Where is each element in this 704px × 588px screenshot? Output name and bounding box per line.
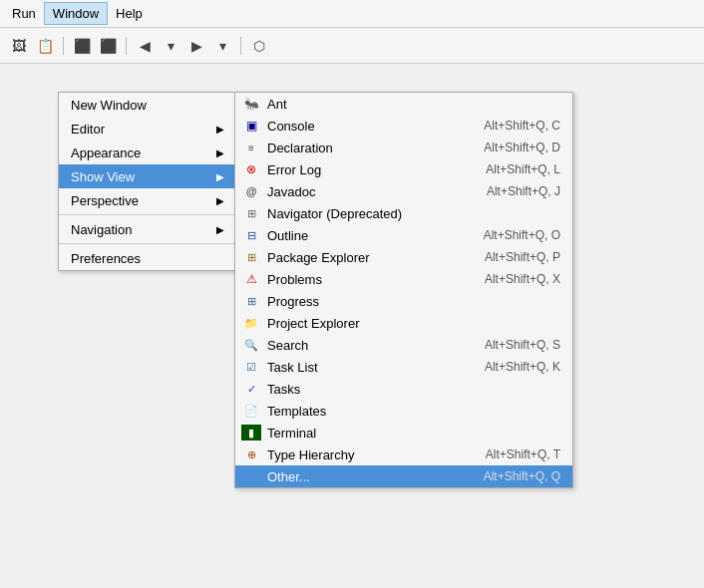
- toolbar-icon-2[interactable]: 📋: [34, 35, 56, 57]
- ant-icon: 🐜: [241, 96, 261, 112]
- menu-separator-1: [59, 214, 236, 215]
- toolbar-separator-2: [126, 37, 127, 55]
- templates-icon: 📄: [241, 403, 261, 419]
- ant-label: Ant: [267, 97, 540, 112]
- showview-tasklist[interactable]: ☑ Task List Alt+Shift+Q, K: [235, 356, 572, 378]
- terminal-icon: ▮: [241, 425, 261, 441]
- showview-console[interactable]: ▣ Console Alt+Shift+Q, C: [235, 115, 572, 137]
- toolbar-back[interactable]: ◀: [134, 35, 156, 57]
- toolbar-icon-5[interactable]: ⬡: [248, 35, 270, 57]
- console-label: Console: [267, 119, 464, 134]
- projectexplorer-icon: 📁: [241, 315, 261, 331]
- showview-other[interactable]: Other... Alt+Shift+Q, Q: [235, 465, 572, 487]
- toolbar-separator-1: [63, 37, 64, 55]
- showview-terminal[interactable]: ▮ Terminal: [235, 422, 572, 443]
- menu-preferences[interactable]: Preferences: [59, 246, 236, 270]
- other-shortcut: Alt+Shift+Q, Q: [484, 469, 560, 483]
- showview-progress[interactable]: ⊞ Progress: [235, 290, 572, 312]
- menu-show-view[interactable]: Show View ▶: [59, 164, 236, 188]
- showview-typehierarchy[interactable]: ⊕ Type Hierarchy Alt+Shift+Q, T: [235, 443, 572, 465]
- javadoc-icon: @: [241, 183, 261, 199]
- menu-navigation[interactable]: Navigation ▶: [59, 217, 236, 241]
- tasks-label: Tasks: [267, 382, 540, 397]
- package-shortcut: Alt+Shift+Q, P: [485, 250, 560, 264]
- templates-label: Templates: [267, 404, 540, 419]
- showview-packageexplorer[interactable]: ⊞ Package Explorer Alt+Shift+Q, P: [235, 246, 572, 268]
- menu-show-view-arrow: ▶: [216, 171, 224, 182]
- progress-icon: ⊞: [241, 293, 261, 309]
- showview-errorlog[interactable]: ⊗ Error Log Alt+Shift+Q, L: [235, 158, 572, 180]
- package-label: Package Explorer: [267, 250, 465, 265]
- menu-perspective[interactable]: Perspective ▶: [59, 188, 236, 212]
- showview-ant[interactable]: 🐜 Ant: [235, 93, 572, 115]
- terminal-label: Terminal: [267, 426, 540, 441]
- menu-editor[interactable]: Editor ▶: [59, 117, 236, 141]
- progress-label: Progress: [267, 294, 540, 309]
- search-icon: 🔍: [241, 337, 261, 353]
- menu-appearance-arrow: ▶: [216, 147, 224, 158]
- declaration-label: Declaration: [267, 141, 464, 155]
- projectexplorer-label: Project Explorer: [267, 316, 540, 331]
- console-shortcut: Alt+Shift+Q, C: [484, 119, 560, 133]
- showview-templates[interactable]: 📄 Templates: [235, 400, 572, 422]
- menu-separator-2: [59, 243, 236, 244]
- navigator-icon: ⊞: [241, 205, 261, 221]
- toolbar-icon-3[interactable]: ⬛: [71, 35, 93, 57]
- javadoc-label: Javadoc: [267, 184, 467, 199]
- declaration-icon: ≡: [241, 140, 261, 155]
- showview-search[interactable]: 🔍 Search Alt+Shift+Q, S: [235, 334, 572, 356]
- search-label: Search: [267, 338, 465, 353]
- menubar-window[interactable]: Window: [44, 2, 108, 25]
- tasklist-icon: ☑: [241, 359, 261, 375]
- menu-perspective-arrow: ▶: [216, 195, 224, 206]
- toolbar-separator-3: [240, 37, 241, 55]
- window-menu: New Window Editor ▶ Appearance ▶ Show Vi…: [58, 92, 237, 271]
- main-area: New Window Editor ▶ Appearance ▶ Show Vi…: [0, 64, 704, 588]
- menu-new-window[interactable]: New Window: [59, 93, 236, 117]
- outline-shortcut: Alt+Shift+Q, O: [484, 228, 560, 242]
- search-shortcut: Alt+Shift+Q, S: [485, 338, 560, 352]
- outline-label: Outline: [267, 228, 464, 243]
- toolbar-dropdown2[interactable]: ▾: [211, 35, 233, 57]
- errorlog-icon: ⊗: [241, 161, 261, 177]
- showview-outline[interactable]: ⊟ Outline Alt+Shift+Q, O: [235, 224, 572, 246]
- menubar-run[interactable]: Run: [4, 3, 44, 24]
- tasklist-shortcut: Alt+Shift+Q, K: [485, 360, 560, 374]
- showview-problems[interactable]: ⚠ Problems Alt+Shift+Q, X: [235, 268, 572, 290]
- problems-label: Problems: [267, 272, 465, 287]
- typehierarchy-label: Type Hierarchy: [267, 447, 466, 462]
- other-icon: [241, 468, 261, 484]
- outline-icon: ⊟: [241, 227, 261, 243]
- toolbar-forward[interactable]: ▶: [185, 35, 207, 57]
- menu-navigation-arrow: ▶: [216, 224, 224, 235]
- menu-editor-arrow: ▶: [216, 124, 224, 135]
- navigator-label: Navigator (Deprecated): [267, 206, 540, 221]
- menubar-help[interactable]: Help: [108, 3, 151, 24]
- toolbar-icon-4[interactable]: ⬛: [97, 35, 119, 57]
- toolbar-dropdown[interactable]: ▾: [160, 35, 181, 57]
- showview-projectexplorer[interactable]: 📁 Project Explorer: [235, 312, 572, 334]
- toolbar-icon-1[interactable]: 🖼: [8, 35, 30, 57]
- menubar: Run Window Help: [0, 0, 704, 28]
- showview-navigator[interactable]: ⊞ Navigator (Deprecated): [235, 202, 572, 224]
- other-label: Other...: [267, 469, 464, 484]
- showview-declaration[interactable]: ≡ Declaration Alt+Shift+Q, D: [235, 137, 572, 158]
- showview-menu: 🐜 Ant ▣ Console Alt+Shift+Q, C ≡ Declara…: [234, 92, 573, 488]
- showview-tasks[interactable]: ✓ Tasks: [235, 378, 572, 400]
- problems-shortcut: Alt+Shift+Q, X: [485, 272, 560, 286]
- errorlog-label: Error Log: [267, 162, 466, 177]
- menu-appearance[interactable]: Appearance ▶: [59, 141, 236, 164]
- declaration-shortcut: Alt+Shift+Q, D: [484, 141, 560, 154]
- tasklist-label: Task List: [267, 360, 465, 375]
- problems-icon: ⚠: [241, 271, 261, 287]
- errorlog-shortcut: Alt+Shift+Q, L: [486, 162, 560, 176]
- tasks-icon: ✓: [241, 381, 261, 397]
- toolbar: 🖼 📋 ⬛ ⬛ ◀ ▾ ▶ ▾ ⬡: [0, 28, 704, 64]
- typehierarchy-shortcut: Alt+Shift+Q, T: [486, 447, 560, 461]
- typehierarchy-icon: ⊕: [241, 446, 261, 462]
- package-icon: ⊞: [241, 249, 261, 265]
- console-icon: ▣: [241, 118, 261, 134]
- showview-javadoc[interactable]: @ Javadoc Alt+Shift+Q, J: [235, 180, 572, 202]
- javadoc-shortcut: Alt+Shift+Q, J: [487, 184, 560, 198]
